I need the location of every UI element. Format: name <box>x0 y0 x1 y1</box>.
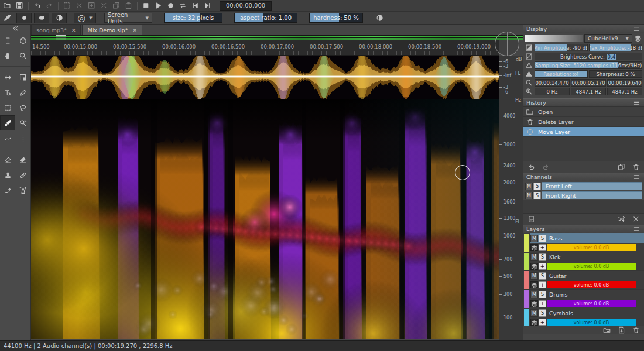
solo-button[interactable]: S <box>533 192 541 199</box>
trash-icon[interactable] <box>632 326 640 334</box>
hamburger-icon[interactable] <box>632 173 641 181</box>
layer-name[interactable]: Kick <box>549 254 561 260</box>
close-icon[interactable] <box>632 215 640 223</box>
delete-button[interactable] <box>73 1 85 11</box>
layer-color-swatch[interactable] <box>524 234 529 252</box>
layer-name[interactable]: Guitar <box>549 273 566 279</box>
amplify-tool[interactable] <box>0 183 15 198</box>
layer-row-cymbals[interactable]: MSCymbals+volume: 0.0 dB <box>523 308 644 326</box>
copy-icon[interactable] <box>617 163 626 171</box>
record-button[interactable] <box>165 1 177 11</box>
units-dropdown[interactable]: Screen Units ▼ <box>104 13 152 23</box>
layer-name[interactable]: Cymbals <box>549 310 573 316</box>
colormap-dropdown[interactable]: CubeHelix9 ▼ <box>584 34 632 43</box>
aspect-ratio-slider[interactable]: aspect ratio:1.00 <box>234 13 297 23</box>
solo-button[interactable]: S <box>539 272 546 280</box>
display-param-box[interactable]: Resolution: x4 <box>535 70 588 78</box>
tab-mix-demo-slp-[interactable]: Mix Demo.slp*✕ <box>82 25 142 35</box>
display-param-box[interactable]: 00:00:05.170 <box>571 79 606 87</box>
solo-button[interactable]: S <box>539 309 546 317</box>
overview-strip[interactable] <box>31 35 523 40</box>
open-button[interactable] <box>1 1 13 11</box>
tri-fill-icon[interactable] <box>525 70 533 78</box>
playhead-tool[interactable] <box>0 33 15 48</box>
frame-tool[interactable] <box>15 70 30 85</box>
mute-button[interactable]: M <box>525 192 533 199</box>
move-tool[interactable] <box>0 70 15 85</box>
pan-tool[interactable] <box>0 48 15 63</box>
contrast-icon[interactable] <box>374 13 386 23</box>
layers-panel-header[interactable]: Layers <box>523 225 644 233</box>
history-item-open[interactable]: Open <box>523 107 644 117</box>
layer-expand-button[interactable]: + <box>539 244 546 251</box>
tab-close-icon[interactable]: ✕ <box>132 27 137 33</box>
tab-close-icon[interactable]: ✕ <box>71 27 76 33</box>
zoom-tool[interactable] <box>15 48 30 63</box>
layer-fx-icon[interactable] <box>530 263 538 270</box>
display-param-box[interactable]: 00:00:14.470 <box>535 79 570 87</box>
clone-stamp-tool[interactable] <box>0 167 15 183</box>
channels-panel-header[interactable]: Channels <box>523 173 644 181</box>
hamburger-icon[interactable] <box>632 225 641 233</box>
new-group-icon[interactable] <box>602 326 611 334</box>
display-param-box[interactable]: Brightness Curve: 0.4 <box>535 53 642 60</box>
brush-size-slider[interactable]: size:32pixels <box>164 13 222 23</box>
play-button[interactable] <box>152 1 165 11</box>
channel-name[interactable]: Front Left <box>542 182 642 190</box>
display-param-box[interactable]: 4847.1 Hz <box>571 88 606 95</box>
layer-fx-icon[interactable] <box>530 300 538 307</box>
display-param-box[interactable]: Min Amplitude: -90 dB <box>535 44 588 51</box>
solo-button[interactable]: S <box>533 183 541 190</box>
layer-name[interactable]: Drums <box>549 291 567 298</box>
heal-tool[interactable] <box>15 167 30 183</box>
brush-shape-ellipse-button[interactable] <box>34 13 49 23</box>
display-param-box[interactable]: 00:00:19.640 <box>607 79 642 87</box>
undo-button[interactable] <box>31 1 43 11</box>
skip-end-button[interactable] <box>201 1 214 11</box>
lasso-select-tool[interactable] <box>15 100 30 115</box>
time-ruler[interactable]: 14.50000:00:15.00000:00:15.50000:00:16.0… <box>31 40 499 56</box>
tab-song-mp3-[interactable]: song.mp3*✕ <box>31 25 81 35</box>
add-button[interactable] <box>85 1 98 11</box>
display-param-box[interactable]: Sharpness: 0 % <box>589 70 642 78</box>
mute-button[interactable]: M <box>530 253 538 261</box>
diag-square-icon[interactable] <box>525 44 533 51</box>
playhead-line[interactable] <box>33 56 33 339</box>
magnifier-plus-icon[interactable] <box>525 88 533 95</box>
channel-name[interactable]: Front Right <box>542 191 642 199</box>
brush-preset-dropdown[interactable]: ◎▼ <box>74 13 96 23</box>
solo-button[interactable]: S <box>539 253 546 261</box>
brush-shape-circle-button[interactable] <box>16 13 32 23</box>
mute-button[interactable]: M <box>530 235 538 242</box>
layer-row-kick[interactable]: MSKick+volume: 0.0 dB <box>523 252 644 271</box>
waveform-view[interactable] <box>31 56 499 99</box>
display-param-box[interactable]: Sampling Size: 5120 samples (116ms/9Hz) <box>535 61 642 69</box>
history-item-move-layer[interactable]: Move Layer <box>523 127 644 137</box>
layer-volume-bar[interactable]: volume: 0.0 dB <box>547 319 636 326</box>
layers-stack-icon[interactable] <box>633 35 642 42</box>
layer-color-swatch[interactable] <box>524 309 529 326</box>
layer-row-guitar[interactable]: MSGuitar+volume: 0.0 dB <box>523 271 644 290</box>
magic-wand-tool[interactable] <box>15 115 30 130</box>
layer-fx-icon[interactable] <box>530 319 538 326</box>
navigation-wheel[interactable] <box>495 32 519 56</box>
transport-time-display[interactable]: 00:00:00.000 <box>220 1 272 11</box>
display-param-box[interactable]: 4847.1 Hz <box>607 88 642 95</box>
layer-row-bass[interactable]: MSBass+volume: 0.0 dB <box>523 233 644 252</box>
layer-expand-button[interactable]: + <box>539 319 546 326</box>
trash-icon[interactable] <box>632 163 640 171</box>
mute-button[interactable]: M <box>530 309 538 317</box>
layer-expand-button[interactable]: + <box>539 263 546 270</box>
3d-view-tool[interactable] <box>15 33 30 48</box>
layer-volume-bar[interactable]: volume: 0.0 dB <box>547 244 636 251</box>
select-all-button[interactable] <box>61 1 73 11</box>
display-panel-header[interactable]: Display <box>523 25 644 33</box>
overview-viewport-rect[interactable] <box>56 35 66 40</box>
layer-expand-button[interactable]: + <box>539 281 546 288</box>
hamburger-icon[interactable] <box>632 99 641 106</box>
shuffle-icon[interactable] <box>617 215 626 223</box>
transform-tool[interactable] <box>0 85 15 100</box>
collapse-toolbar-icon[interactable] <box>0 25 30 33</box>
mute-button[interactable]: M <box>530 291 538 298</box>
redo-button[interactable] <box>43 1 56 11</box>
